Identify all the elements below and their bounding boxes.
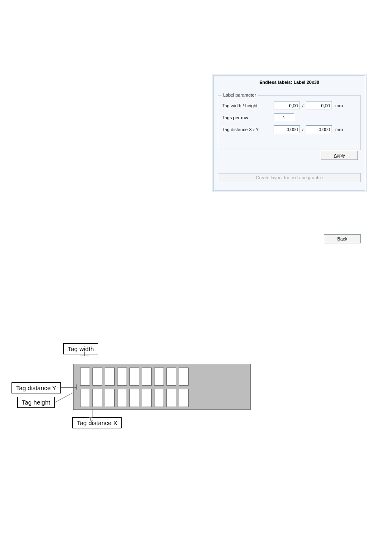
diagram-tag [80, 368, 90, 386]
connector-line [84, 352, 85, 356]
diagram-tag [166, 368, 176, 386]
row-tag-width-height: Tag width / height / mm [222, 102, 356, 109]
diagram-paper [73, 364, 251, 410]
connector-line [80, 356, 89, 356]
callout-tag-height: Tag height [17, 397, 55, 408]
apply-button[interactable]: Apply [321, 151, 358, 160]
callout-tag-distance-y: Tag distance Y [12, 382, 61, 393]
create-layout-button[interactable]: Create layout for text and graphic [218, 173, 361, 182]
diagram-tag [179, 389, 189, 407]
diagram-tag [142, 368, 152, 386]
connector-line [61, 387, 76, 388]
diagram-tag [129, 389, 139, 407]
callout-tag-width: Tag width [63, 343, 98, 354]
label-tag-width-height: Tag width / height [222, 103, 274, 108]
diagram-tag [92, 368, 102, 386]
label-parameter-dialog: Endless labels: Label 20x30 Label parame… [212, 74, 367, 192]
fieldset-legend: Label parameter [221, 92, 258, 97]
connector-line [89, 409, 89, 417]
row-tags-per-row: Tags per row [222, 113, 356, 121]
connector-line [89, 356, 89, 365]
connector-line [90, 417, 91, 421]
diagram-tag-row [80, 389, 191, 407]
dialog-inner: Endless labels: Label 20x30 Label parame… [213, 75, 365, 191]
connector-line [80, 356, 80, 365]
diagram-tag [105, 389, 115, 407]
label-tags-per-row: Tags per row [222, 115, 274, 120]
diagram-tag [117, 389, 127, 407]
unit-mm: mm [332, 127, 348, 132]
diagram-tag [154, 389, 164, 407]
connector-line [55, 393, 73, 402]
label-tag-distance-xy: Tag distance X / Y [222, 127, 274, 132]
input-tag-width[interactable] [274, 102, 300, 109]
separator-slash: / [300, 127, 306, 132]
diagram-tag [105, 368, 115, 386]
diagram-tag-row [80, 368, 191, 386]
input-tag-height[interactable] [306, 102, 332, 109]
callout-tag-distance-x: Tag distance X [72, 417, 122, 428]
diagram-tag [80, 389, 90, 407]
input-tag-distance-y[interactable] [306, 125, 332, 133]
diagram-tag [129, 368, 139, 386]
diagram-tag [117, 368, 127, 386]
label-parameter-fieldset: Label parameter Tag width / height / mm … [218, 95, 361, 150]
unit-mm: mm [332, 103, 348, 108]
diagram-tag [179, 368, 189, 386]
connector-line [76, 384, 77, 390]
separator-slash: / [300, 103, 306, 108]
input-tags-per-row[interactable] [274, 113, 294, 121]
tag-layout-diagram: Tag width Tag distance Y Tag height Tag … [12, 347, 258, 442]
diagram-tag [154, 368, 164, 386]
connector-line [92, 409, 92, 417]
diagram-tag [166, 389, 176, 407]
diagram-tag [92, 389, 102, 407]
diagram-tag [142, 389, 152, 407]
input-tag-distance-x[interactable] [274, 125, 300, 133]
back-button[interactable]: Back [324, 234, 361, 243]
row-tag-distance-xy: Tag distance X / Y / mm [222, 125, 356, 133]
